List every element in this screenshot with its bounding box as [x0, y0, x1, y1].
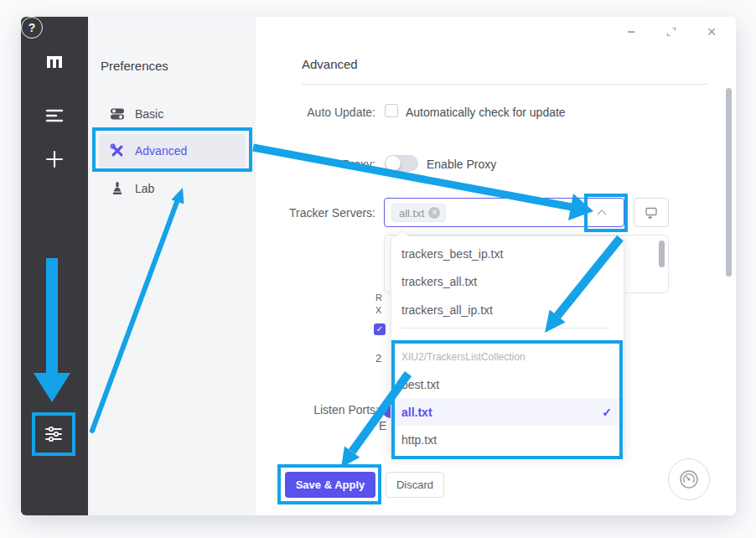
dropdown-option[interactable]: trackers_best_ip.txt	[391, 240, 624, 267]
dropdown-group-label: XIU2/TrackersListCollection	[401, 348, 526, 366]
tools-icon	[110, 143, 125, 158]
occluded-checkbox[interactable]: ✓	[374, 323, 386, 335]
lab-stamp-icon	[110, 181, 125, 196]
occluded-text: 2	[375, 352, 381, 365]
maximize-button[interactable]	[662, 23, 681, 40]
tag-label: all.txt	[399, 207, 424, 220]
preferences-panel: Preferences Basic Adva	[88, 17, 256, 515]
toggle-knob	[386, 156, 401, 171]
dropdown-option-selected[interactable]: all.txt ✓	[391, 398, 624, 426]
tag-remove-icon[interactable]: ×	[428, 207, 440, 219]
save-apply-button[interactable]: Save & Apply	[285, 472, 375, 498]
proxy-label: Proxy:	[272, 158, 375, 171]
occluded-text: E	[379, 419, 386, 432]
motrix-logo-icon	[44, 53, 65, 73]
auto-update-checkbox-label: Automatically check for update	[406, 106, 566, 119]
dropdown-option[interactable]: http.txt	[391, 426, 624, 453]
content-scrollbar[interactable]	[726, 88, 732, 277]
listen-ports-label: Listen Ports:	[272, 403, 379, 416]
auto-update-label: Auto Update:	[272, 106, 375, 119]
check-icon: ✓	[602, 406, 612, 419]
sidebar-item-lab[interactable]: Lab	[99, 172, 246, 205]
sidebar-item-label: Lab	[135, 182, 154, 195]
screenshot-root: – ×	[0, 0, 756, 538]
minimize-button[interactable]: –	[622, 23, 640, 40]
sidebar-item-label: Advanced	[135, 144, 187, 158]
sidebar-item-label: Basic	[135, 107, 163, 121]
settings-content: Advanced Auto Update: Automatically chec…	[256, 17, 736, 515]
close-button[interactable]: ×	[702, 23, 721, 40]
toggles-icon	[110, 106, 125, 122]
textarea-scrollbar[interactable]	[659, 241, 665, 267]
add-task-icon[interactable]	[44, 149, 65, 169]
help-button[interactable]: ?	[21, 17, 43, 39]
panel-title: Preferences	[101, 59, 168, 73]
sidebar-item-basic[interactable]: Basic	[99, 97, 246, 131]
window-controls: – ×	[622, 23, 721, 40]
discard-button[interactable]: Discard	[386, 472, 444, 498]
tracker-select[interactable]: all.txt ×	[384, 198, 624, 227]
divider	[302, 84, 708, 85]
occluded-text: R	[375, 292, 382, 303]
app-window: – ×	[21, 17, 736, 515]
sync-trackers-button[interactable]	[634, 198, 669, 227]
tracker-servers-label: Tracker Servers:	[272, 206, 375, 220]
tracker-dropdown: trackers_best_ip.txt trackers_all.txt tr…	[391, 235, 624, 458]
auto-update-checkbox[interactable]	[385, 104, 398, 117]
speedometer-icon	[677, 468, 701, 491]
preferences-icon[interactable]	[44, 424, 64, 444]
dropdown-option[interactable]: trackers_all.txt	[391, 267, 624, 295]
proxy-toggle[interactable]	[385, 155, 418, 172]
maximize-icon	[666, 27, 676, 37]
sidebar-item-advanced[interactable]: Advanced	[99, 134, 246, 168]
occluded-text: X	[375, 305, 381, 315]
task-list-icon[interactable]	[44, 106, 65, 126]
dropdown-option[interactable]: best.txt	[391, 370, 624, 398]
page-title: Advanced	[302, 57, 358, 71]
proxy-toggle-label: Enable Proxy	[427, 158, 496, 171]
app-sidebar: ?	[21, 17, 88, 515]
selected-tag: all.txt ×	[391, 204, 446, 222]
option-label: all.txt	[401, 406, 432, 419]
chevron-up-icon[interactable]	[595, 207, 608, 217]
dropdown-divider	[401, 328, 610, 328]
sync-icon	[644, 205, 659, 220]
engine-status-button[interactable]	[668, 458, 710, 500]
dropdown-option[interactable]: trackers_all_ip.txt	[391, 296, 624, 323]
